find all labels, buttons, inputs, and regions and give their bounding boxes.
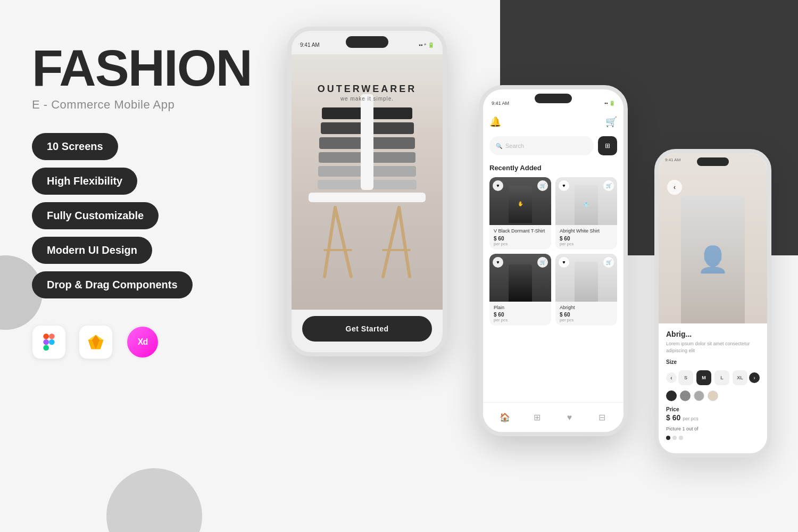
home-phone-header: 🔔 🛒 [489,116,617,128]
color-light[interactable] [694,390,704,401]
products-grid: ♥ 🛒 ✋ V Black Dormant T-Shirt $ 60 per p… [489,177,617,326]
home-phone-frame: 9:41 AM ▪▪ 🔋 🔔 🛒 🔍 Search ⊞ Recently Add [479,85,628,436]
home-screen-phone: 9:41 AM ▪▪ 🔋 🔔 🛒 🔍 Search ⊞ Recently Add [479,85,628,436]
product-image-2: ♥ 🛒 👕 [555,177,617,225]
price-unit: per pcs [683,416,699,421]
size-label: Size [666,359,677,365]
filter-button[interactable]: ⊞ [598,136,617,155]
product-4-name: Abright [560,305,613,311]
product-4-icon-row: ♥ 🛒 [559,257,614,268]
product-4-cart[interactable]: 🛒 [603,257,614,268]
color-black[interactable] [666,390,677,401]
product-3-price: $ 60 [494,312,547,318]
back-button[interactable]: ‹ [667,180,682,195]
product-1-unit: per pcs [494,242,547,246]
brand-subtitle: E - Commerce Mobile App [32,98,255,112]
product-3-cart[interactable]: 🛒 [537,257,548,268]
color-gray[interactable] [680,390,691,401]
search-placeholder: Search [505,143,524,149]
image-dots [666,436,760,440]
nav-grid-icon[interactable]: ⊞ [531,411,544,424]
product-3-info: Plain $ 60 per pcs [489,302,551,326]
tools-row: Xd [32,325,255,359]
center-phone-time: 9:41 AM [300,42,320,48]
bell-icon[interactable]: 🔔 [489,116,501,128]
bg-circle-bottom [106,468,202,532]
detail-product-info: Abrig... Lorem ipsum dolor sit amet cons… [659,323,767,446]
size-section: Size ‹ S M L XL › [666,359,760,385]
detail-phone-content: 9:41 AM ‹ 👤 Abrig... Lorem ipsum dolor s… [659,153,767,453]
product-1-cart[interactable]: 🛒 [537,180,548,191]
detail-product-name: Abrig... [666,330,760,338]
product-2-heart[interactable]: ♥ [559,180,569,191]
search-magnifier-icon: 🔍 [496,143,502,149]
features-list: 10 Screens High Flexibility Fully Custom… [32,133,255,298]
svg-rect-2 [43,339,49,345]
size-nav: ‹ S M L XL › [666,370,760,385]
dot-2 [672,436,677,440]
size-s[interactable]: S [678,370,693,385]
svg-marker-10 [99,340,103,349]
chair-legs-svg [314,202,420,309]
search-box[interactable]: 🔍 Search [489,136,594,155]
detail-phone-frame: 9:41 AM ‹ 👤 Abrig... Lorem ipsum dolor s… [654,149,771,458]
product-3-heart[interactable]: ♥ [493,257,503,268]
product-1-icon-row: ♥ 🛒 [493,180,548,191]
price-label: Price [666,406,760,412]
product-1-info: V Black Dormant T-Shirt $ 60 per pcs [489,225,551,250]
left-panel: FASHION E - Commerce Mobile App 10 Scree… [32,43,255,359]
bottom-nav: 🏠 ⊞ ♥ ⊟ [483,402,624,432]
product-card-4[interactable]: ♥ 🛒 Abright $ 60 per pcs [555,254,617,326]
svg-rect-1 [49,334,55,339]
feature-badge-modern-ui: Modern UI Design [32,237,152,264]
dot-1 [666,436,670,440]
size-prev-btn[interactable]: ‹ [666,372,677,383]
center-phone: 9:41 AM ▪▪ ᵊ 🔋 [287,27,447,356]
product-image-4: ♥ 🛒 [555,254,617,302]
product-1-name: V Black Dormant T-Shirt [494,228,547,235]
svg-line-13 [335,207,351,277]
product-2-cart[interactable]: 🛒 [603,180,614,191]
price-section: Price $ 60 per pcs Picture 1 out of [666,406,760,440]
product-3-name: Plain [494,305,547,311]
svg-line-14 [383,207,399,277]
center-phone-frame: 9:41 AM ▪▪ ᵊ 🔋 [287,27,447,356]
svg-line-11 [325,207,335,277]
nav-heart-icon[interactable]: ♥ [563,411,576,424]
detail-person-image: 👤 [681,196,745,323]
nav-profile-icon[interactable]: ⊟ [596,411,609,424]
nav-home-icon[interactable]: 🏠 [498,411,511,424]
home-phone-time: 9:41 AM [492,101,509,106]
chair-seat [309,193,426,202]
get-started-button[interactable]: Get Started [302,316,432,342]
detail-product-image: 9:41 AM ‹ 👤 [659,153,767,323]
product-card-2[interactable]: ♥ 🛒 👕 Abright White Shirt $ 60 per pcs [555,177,617,250]
size-l[interactable]: L [714,370,729,385]
sketch-tool-icon [79,325,113,359]
product-4-info: Abright $ 60 per pcs [555,302,617,326]
recently-added-title: Recently Added [489,164,617,172]
product-2-icon-row: ♥ 🛒 [559,180,614,191]
center-phone-visual: OUTERWEARER we make it simple. [292,54,443,310]
chair-back [361,94,373,190]
filter-grid-icon: ⊞ [605,142,610,149]
product-4-heart[interactable]: ♥ [559,257,569,268]
figma-tool-icon [32,325,66,359]
center-brand-tagline: we make it simple. [292,96,443,102]
product-1-heart[interactable]: ♥ [493,180,503,191]
size-m[interactable]: M [696,370,711,385]
feature-badge-customizable: Fully Customizable [32,202,159,229]
price-row: $ 60 per pcs [666,413,760,422]
product-1-price: $ 60 [494,236,547,242]
color-beige[interactable] [708,390,718,401]
product-card-1[interactable]: ♥ 🛒 ✋ V Black Dormant T-Shirt $ 60 per p… [489,177,551,250]
product-2-unit: per pcs [560,242,613,246]
product-card-3[interactable]: ♥ 🛒 Plain $ 60 per pcs [489,254,551,326]
size-next-btn[interactable]: › [749,372,760,383]
size-xl[interactable]: XL [733,370,747,385]
product-2-price: $ 60 [560,236,613,242]
cart-icon[interactable]: 🛒 [605,116,617,128]
center-brand-name: OUTERWEARER [292,84,443,95]
svg-line-12 [399,207,410,277]
product-image-3: ♥ 🛒 [489,254,551,302]
